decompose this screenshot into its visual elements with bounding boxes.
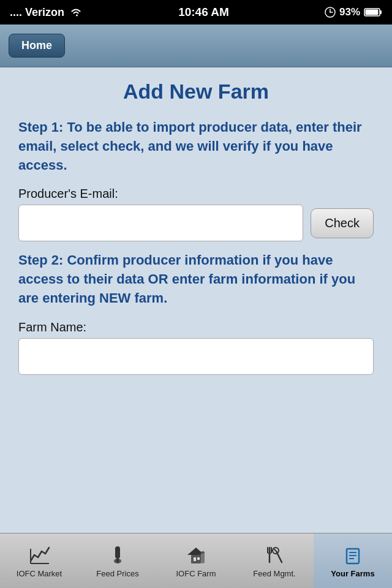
svg-rect-13 [194, 557, 196, 561]
tab-iofc-market-label: IOFC Market [17, 569, 62, 578]
email-form-row: Check [18, 205, 374, 241]
svg-rect-14 [197, 557, 200, 560]
home-button[interactable]: Home [9, 34, 65, 58]
your-farms-icon [341, 543, 364, 567]
svg-line-20 [277, 552, 282, 562]
feed-prices-icon [106, 543, 129, 567]
producer-email-input[interactable] [18, 205, 303, 241]
tab-iofc-farm-label: IOFC Farm [176, 569, 216, 578]
tab-feed-prices-label: Feed Prices [96, 569, 138, 578]
status-bar: .... Verizon 10:46 AM 93% [0, 0, 392, 24]
tab-feed-mgmt[interactable]: Feed Mgmt. [235, 533, 314, 588]
tab-your-farms[interactable]: Your Farms [314, 533, 392, 588]
tab-bar: IOFC Market Feed Prices IOFC Farm [0, 533, 392, 588]
farm-name-label: Farm Name: [18, 320, 374, 334]
producer-email-label: Producer's E-mail: [18, 187, 374, 201]
svg-rect-8 [115, 546, 120, 559]
tab-your-farms-label: Your Farms [331, 569, 374, 578]
status-right: 93% [325, 6, 382, 18]
battery-icon [364, 7, 382, 17]
time-display: 10:46 AM [178, 6, 229, 19]
status-left: .... Verizon [10, 6, 83, 19]
step2-text: Step 2: Confirm producer information if … [18, 251, 374, 307]
page-title: Add New Farm [18, 80, 374, 104]
step1-text: Step 1: To be able to import producer da… [18, 118, 374, 175]
farm-name-input[interactable] [18, 338, 374, 375]
carrier-text: .... Verizon [10, 6, 64, 19]
svg-point-16 [201, 551, 205, 554]
wifi-icon [69, 7, 83, 17]
iofc-market-icon [28, 543, 51, 567]
svg-rect-10 [116, 559, 119, 562]
tab-iofc-farm[interactable]: IOFC Farm [157, 533, 235, 588]
clock-icon [325, 7, 336, 18]
battery-text: 93% [339, 6, 360, 18]
main-content: Add New Farm Step 1: To be able to impor… [0, 67, 392, 533]
iofc-farm-icon [184, 543, 208, 567]
tab-feed-prices[interactable]: Feed Prices [78, 533, 157, 588]
svg-rect-4 [380, 10, 382, 14]
svg-line-22 [274, 549, 277, 552]
check-button[interactable]: Check [311, 208, 374, 238]
svg-rect-5 [366, 10, 379, 15]
nav-bar: Home [0, 24, 392, 67]
tab-iofc-market[interactable]: IOFC Market [0, 533, 78, 588]
svg-rect-15 [201, 552, 205, 564]
tab-feed-mgmt-label: Feed Mgmt. [253, 569, 295, 578]
feed-mgmt-icon [263, 543, 286, 567]
